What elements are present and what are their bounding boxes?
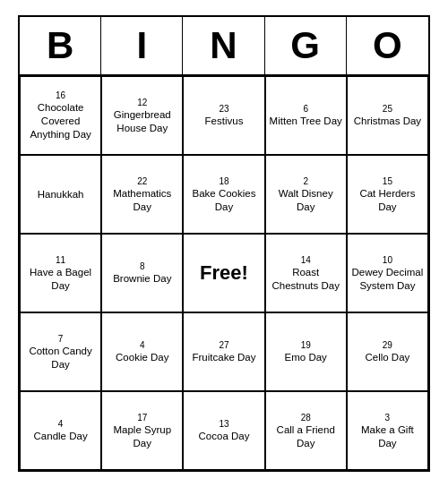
bingo-cell-17: 27Fruitcake Day [183,312,264,391]
bingo-cell-0: 16Chocolate Covered Anything Day [20,76,101,155]
header-letter-N: N [183,17,264,74]
bingo-cell-12: Free! [183,234,264,312]
bingo-grid: 16Chocolate Covered Anything Day12Ginger… [20,76,428,470]
bingo-cell-13: 14Roast Chestnuts Day [265,234,347,312]
bingo-cell-23: 28Call a Friend Day [265,391,347,470]
header-letter-B: B [20,17,101,74]
bingo-cell-20: 4Candle Day [20,391,101,470]
bingo-header: BINGO [20,17,428,76]
header-letter-O: O [347,17,428,74]
bingo-cell-19: 29Cello Day [347,312,428,391]
bingo-cell-18: 19Emo Day [265,312,347,391]
bingo-cell-7: 18Bake Cookies Day [183,155,264,234]
bingo-cell-22: 13Cocoa Day [183,391,264,470]
bingo-cell-5: Hanukkah [20,155,101,234]
header-letter-I: I [101,17,183,74]
bingo-cell-14: 10Dewey Decimal System Day [347,234,428,312]
bingo-cell-3: 6Mitten Tree Day [265,76,347,155]
bingo-cell-9: 15Cat Herders Day [347,155,428,234]
bingo-cell-10: 11Have a Bagel Day [20,234,101,312]
bingo-cell-15: 7Cotton Candy Day [20,312,101,391]
header-letter-G: G [265,17,347,74]
bingo-cell-4: 25Christmas Day [347,76,428,155]
bingo-cell-16: 4Cookie Day [101,312,183,391]
bingo-cell-24: 3Make a Gift Day [347,391,428,470]
bingo-cell-21: 17Maple Syrup Day [101,391,183,470]
bingo-cell-11: 8Brownie Day [101,234,183,312]
bingo-cell-1: 12Gingerbread House Day [101,76,183,155]
bingo-card: BINGO 16Chocolate Covered Anything Day12… [18,15,430,472]
bingo-cell-2: 23Festivus [183,76,264,155]
bingo-cell-8: 2Walt Disney Day [265,155,347,234]
bingo-cell-6: 22Mathematics Day [101,155,183,234]
